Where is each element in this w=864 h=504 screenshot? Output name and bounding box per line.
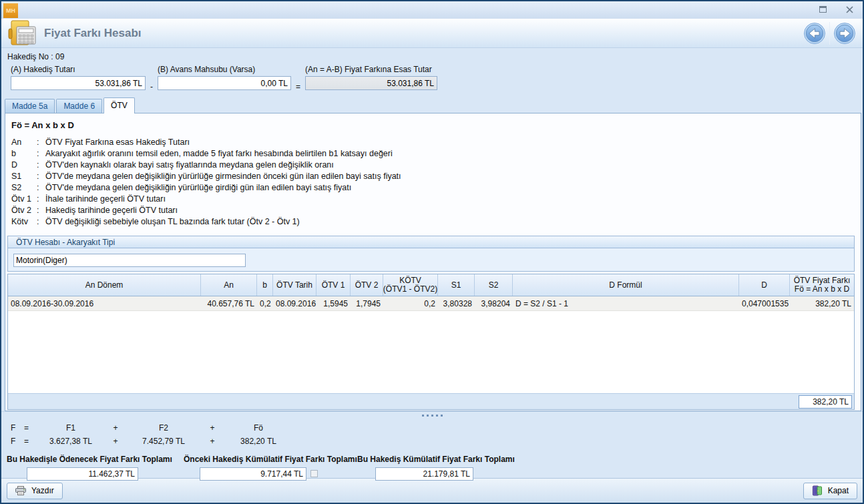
fuel-type-input[interactable] [13, 254, 246, 267]
column-header-s1[interactable]: S1 [438, 274, 475, 296]
column-header-kotv[interactable]: KÖTV(ÖTV1 - ÖTV2) [383, 274, 438, 296]
formula-block: Fö = An x b x D An:ÖTV Fiyat Farkına esa… [5, 113, 861, 228]
f-terms-row: F= F1+ F2+ Fö [11, 421, 863, 435]
column-header-s2[interactable]: S2 [475, 274, 513, 296]
total-previous-cumulative-field[interactable]: 9.717,44 TL [200, 467, 306, 481]
otv-table: An Dönem An b ÖTV Tarih ÖTV 1 ÖTV 2 KÖTV… [7, 274, 855, 410]
cell-s1: 3,80328 [438, 299, 475, 308]
formula-definition: Kötv:ÖTV değişikliği sebebiyle oluşan TL… [11, 216, 861, 228]
formula-definition: Ötv 2:Hakediş tarihinde geçerli ÖTV tuta… [11, 205, 861, 216]
field-a-input[interactable] [11, 76, 146, 90]
hakedis-no-label: Hakediş No : 09 [1, 48, 863, 63]
cell-d-formul: D = S2 / S1 - 1 [513, 299, 739, 308]
tab-madde-5a[interactable]: Madde 5a [5, 99, 55, 113]
field-an-input [305, 76, 437, 90]
printer-icon [15, 486, 26, 495]
app-initials: MH [6, 7, 15, 14]
back-button[interactable] [803, 22, 826, 45]
table-header-row: An Dönem An b ÖTV Tarih ÖTV 1 ÖTV 2 KÖTV… [8, 274, 854, 296]
formula-definition: Ötv 1:İhale tarihinde geçerli ÖTV tutarı [11, 194, 861, 205]
fiyat-farki-hesabi-window: MH Fiyat Farkı Hesabı [0, 0, 864, 504]
cell-s2: 3,98204 [475, 299, 513, 308]
column-header-an-donem[interactable]: An Dönem [8, 274, 201, 296]
cell-an: 40.657,76 TL [201, 299, 257, 308]
formula-definition: b:Akaryakıt ağırlık oranını temsil eden,… [11, 148, 861, 160]
amount-fields-row: (A) Hakediş Tutarı - (B) Avans Mahsubu (… [1, 65, 863, 94]
equals-separator: = [296, 82, 300, 91]
minus-separator: - [150, 82, 153, 91]
footer-bar: Yazdır Kapat [1, 478, 863, 503]
cell-otv-tarih: 08.09.2016 [273, 299, 316, 308]
app-icon-mh: MH [3, 3, 18, 18]
total-cumulative-label: Bu Hakediş Kümülatif Fiyat Farkı Toplamı [357, 455, 515, 464]
field-b-label: (B) Avans Mahsubu (Varsa) [158, 65, 291, 74]
otv-tab-panel: Fö = An x b x D An:ÖTV Fiyat Farkına esa… [5, 113, 861, 411]
nav-separator [829, 22, 830, 45]
cell-kotv: 0,2 [383, 299, 438, 308]
total-cumulative-field[interactable]: 21.179,81 TL [375, 467, 473, 481]
cell-otv2: 1,7945 [351, 299, 383, 308]
tab-strip: Madde 5a Madde 6 ÖTV [1, 97, 863, 113]
fuel-type-groupbox: ÖTV Hesabı - Akaryakıt Tipi [7, 236, 855, 272]
column-header-an[interactable]: An [201, 274, 257, 296]
table-empty-area [8, 311, 854, 393]
tab-otv[interactable]: ÖTV [103, 97, 135, 113]
column-header-otv-fiyat-farki[interactable]: ÖTV Fiyat FarkıFö = An x b x D [790, 274, 854, 296]
splitter-dots [422, 415, 424, 417]
field-a-label: (A) Hakediş Tutarı [11, 65, 146, 74]
formula-definition: S2:ÖTV'de meydana gelen değişikliğin yür… [11, 182, 861, 194]
calculator-folder-icon [7, 20, 37, 47]
arrow-left-icon [803, 22, 826, 45]
formula-definition: S1:ÖTV'de meydana gelen değişikliğin yür… [11, 171, 861, 182]
table-row[interactable]: 08.09.2016-30.09.2016 40.657,76 TL 0,2 0… [8, 296, 854, 311]
print-button[interactable]: Yazdır [7, 483, 63, 499]
kapat-button[interactable]: Kapat [803, 483, 857, 499]
cell-otv1: 1,5945 [316, 299, 351, 308]
door-exit-icon [812, 485, 823, 496]
forward-button[interactable] [833, 22, 856, 45]
total-previous-cumulative-label: Önceki Hakediş Kümülatif Fiyat Farkı Top… [184, 455, 357, 464]
total-paid-field[interactable]: 11.462,37 TL [27, 467, 138, 481]
tab-madde-6[interactable]: Madde 6 [56, 99, 102, 113]
fuel-type-groupbox-title: ÖTV Hesabı - Akaryakıt Tipi [8, 236, 854, 248]
field-an-label: (An = A-B) Fiyat Farkına Esas Tutar [305, 65, 437, 74]
formula-title: Fö = An x b x D [11, 120, 861, 130]
cell-an-donem: 08.09.2016-30.09.2016 [8, 299, 201, 308]
maximize-button[interactable] [815, 3, 831, 15]
column-header-d[interactable]: D [739, 274, 790, 296]
close-icon [846, 6, 853, 13]
titlebar: MH [1, 1, 863, 19]
column-header-otv2[interactable]: ÖTV 2 [351, 274, 383, 296]
arrow-right-icon [833, 22, 856, 45]
cell-d: 0,047001535 [739, 299, 790, 308]
formula-definition: D:ÖTV'den kaynaklı olarak bayi satış fiy… [11, 160, 861, 171]
cell-otv-fiyat-farki: 382,20 TL [790, 299, 854, 308]
horizontal-splitter[interactable] [1, 411, 863, 419]
table-footer: 382,20 TL [8, 393, 854, 409]
previous-total-checkbox [310, 470, 318, 477]
column-header-otv-tarih[interactable]: ÖTV Tarih [273, 274, 316, 296]
cell-b: 0,2 [257, 299, 273, 308]
table-total-field: 382,20 TL [799, 395, 852, 409]
column-header-otv1[interactable]: ÖTV 1 [316, 274, 351, 296]
f-summary: F= F1+ F2+ Fö F= 3.627,38 TL+ 7.452,79 T… [1, 421, 863, 448]
page-title: Fiyat Farkı Hesabı [44, 27, 803, 40]
totals-section: Bu Hakedişle Ödenecek Fiyat Farkı Toplam… [1, 455, 863, 478]
field-b-input[interactable] [158, 76, 291, 90]
total-paid-label: Bu Hakedişle Ödenecek Fiyat Farkı Toplam… [7, 455, 172, 464]
close-window-button[interactable] [841, 3, 857, 15]
f-values-row: F= 3.627,38 TL+ 7.452,79 TL+ 382,20 TL [11, 435, 863, 448]
maximize-icon [819, 6, 827, 13]
column-header-d-formul[interactable]: D Formül [513, 274, 739, 296]
formula-definition: An:ÖTV Fiyat Farkına esas Hakediş Tutarı [11, 137, 861, 148]
page-header: Fiyat Farkı Hesabı [1, 19, 863, 48]
column-header-b[interactable]: b [257, 274, 273, 296]
